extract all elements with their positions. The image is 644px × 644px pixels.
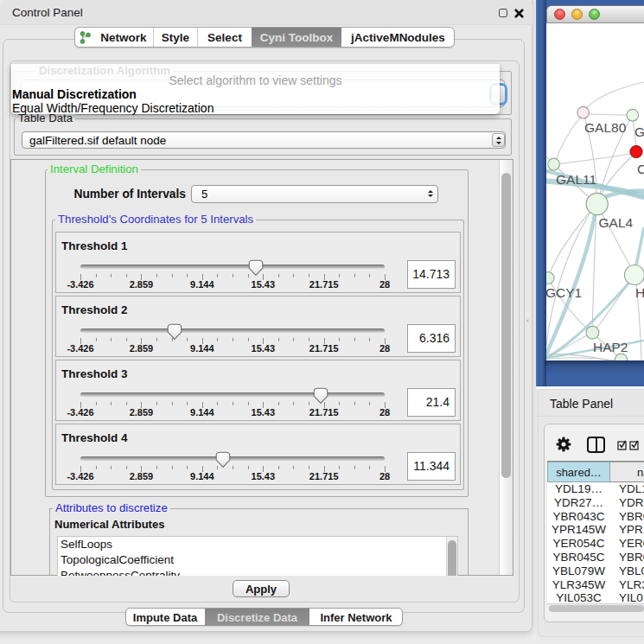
svg-text:GCY1: GCY1	[546, 285, 582, 300]
svg-text:HI: HI	[635, 285, 644, 300]
svg-text:HAP2: HAP2	[593, 340, 628, 354]
svg-text:GAL1: GAL1	[634, 124, 644, 139]
svg-text:GAL4: GAL4	[599, 215, 634, 230]
svg-text:GAL11: GAL11	[556, 172, 596, 187]
svg-text:C: C	[637, 162, 644, 176]
svg-text:GAL80: GAL80	[584, 120, 627, 135]
